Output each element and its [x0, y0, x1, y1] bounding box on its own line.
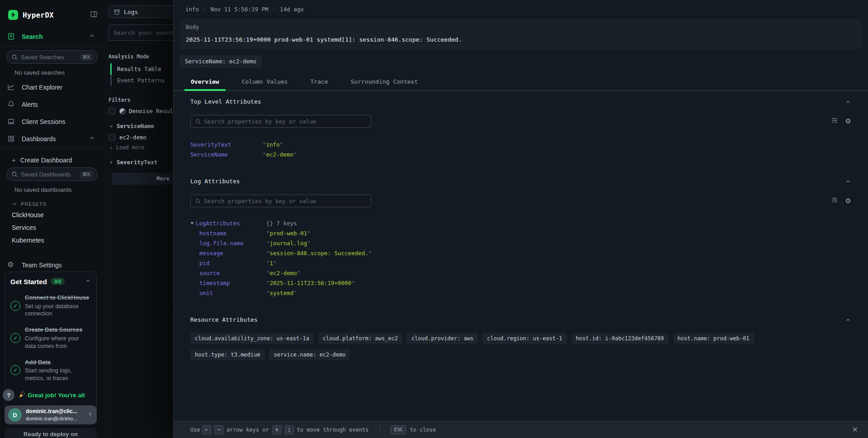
- sidebar-item-alerts[interactable]: Alerts: [0, 96, 104, 113]
- gear-icon[interactable]: ⚙: [845, 118, 851, 125]
- collapse-section-icon[interactable]: [845, 99, 851, 105]
- saved-searches-input[interactable]: ⌘K: [6, 50, 98, 64]
- attribute-value[interactable]: ec2-demo: [263, 151, 297, 158]
- filter-option-ec2-demo[interactable]: ec2-demo: [108, 134, 173, 141]
- severity-text: info: [185, 6, 199, 13]
- attribute-value[interactable]: systemd: [266, 290, 297, 296]
- tab-column-values[interactable]: Column Values: [236, 75, 294, 90]
- collapse-section-icon[interactable]: [845, 178, 851, 185]
- resource-chip[interactable]: host.type: t3.medium: [190, 349, 265, 360]
- divider: [0, 46, 104, 47]
- preset-services[interactable]: Services: [0, 221, 104, 234]
- search-icon: [195, 119, 201, 124]
- resource-chip[interactable]: host.id: i-0abc123def456789: [571, 333, 669, 344]
- sidebar-item-chart-explorer[interactable]: Chart Explorer: [0, 79, 104, 96]
- chevron-down-icon: [12, 201, 17, 207]
- sidebar-item-search[interactable]: Search: [0, 28, 104, 45]
- create-dashboard-button[interactable]: + Create Dashboard: [0, 152, 104, 166]
- servicename-chip[interactable]: ServiceName: ec2-demo: [179, 55, 262, 67]
- line-wrap-icon[interactable]: [831, 117, 838, 126]
- attribute-row[interactable]: log.file.name journal.log: [190, 238, 851, 248]
- attribute-key[interactable]: timestamp: [199, 280, 266, 286]
- resource-chip[interactable]: cloud.region: us-east-1: [482, 333, 566, 344]
- filter-group-servicename[interactable]: ServiceName: [108, 123, 173, 129]
- source-selector-button[interactable]: Logs: [108, 5, 173, 18]
- close-icon[interactable]: ✕: [852, 425, 858, 434]
- sidebar-item-dashboards[interactable]: Dashboards: [0, 130, 104, 148]
- attribute-key[interactable]: ServiceName: [190, 151, 263, 158]
- property-search-box[interactable]: [190, 195, 371, 207]
- attribute-row[interactable]: pid 1: [190, 258, 851, 268]
- resource-chip[interactable]: cloud.provider: aws: [407, 333, 478, 344]
- attribute-row[interactable]: ServiceName ec2-demo: [190, 149, 851, 159]
- saved-dashboards-field[interactable]: [21, 171, 79, 178]
- onboarding-step-add-data[interactable]: ✓ Add Data Start sending logs, metrics, …: [10, 358, 91, 382]
- attribute-row[interactable]: message session-846.scope: Succeeded.: [190, 248, 851, 258]
- attribute-key[interactable]: hostname: [199, 230, 266, 237]
- attribute-key[interactable]: source: [199, 270, 266, 276]
- resource-chip[interactable]: host.name: prod-web-01: [673, 333, 754, 344]
- attribute-value[interactable]: journal.log: [266, 240, 311, 247]
- preset-clickhouse[interactable]: ClickHouse: [0, 209, 104, 221]
- attribute-value[interactable]: 1: [266, 260, 277, 267]
- checkbox[interactable]: [108, 134, 115, 141]
- attribute-row[interactable]: source ec2-demo: [190, 268, 851, 278]
- property-search-box[interactable]: [190, 115, 371, 128]
- log-body-text: 2025-11-11T23:56:19+0000 prod-web-01 sys…: [186, 36, 855, 43]
- tab-trace[interactable]: Trace: [304, 75, 334, 90]
- saved-dashboards-input[interactable]: ⌘K: [6, 167, 98, 181]
- collapse-node-icon[interactable]: [190, 222, 194, 224]
- plus-icon: +: [12, 156, 16, 164]
- attribute-row[interactable]: unit systemd: [190, 288, 851, 298]
- attribute-key[interactable]: SeverityText: [190, 141, 263, 148]
- checkbox[interactable]: [108, 108, 115, 114]
- tree-root-row[interactable]: LogAttributes {} 7 keys: [190, 218, 851, 228]
- chevron-up-icon[interactable]: [85, 277, 91, 286]
- filter-group-severitytext[interactable]: SeverityText: [108, 159, 173, 166]
- saved-searches-field[interactable]: [21, 54, 79, 61]
- denoise-filter[interactable]: Denoise Resul: [108, 108, 173, 114]
- attribute-key[interactable]: unit: [199, 290, 266, 296]
- attribute-key[interactable]: pid: [199, 260, 266, 267]
- resource-chip[interactable]: cloud.platform: aws_ec2: [318, 333, 402, 344]
- attribute-value[interactable]: prod-web-01: [266, 230, 311, 237]
- chevron-up-icon[interactable]: [89, 33, 97, 41]
- mode-event-patterns[interactable]: Event Patterns: [110, 75, 173, 86]
- onboarding-step-sources[interactable]: ✓ Create Data Sources Configure where yo…: [10, 326, 91, 350]
- attribute-value[interactable]: ec2-demo: [266, 270, 300, 276]
- attribute-value[interactable]: session-846.scope: Succeeded.: [266, 250, 372, 257]
- more-filters-button[interactable]: More filte: [112, 173, 173, 185]
- event-search-input[interactable]: [113, 29, 173, 36]
- collapse-section-icon[interactable]: [845, 317, 851, 323]
- attribute-row[interactable]: SeverityText info: [190, 139, 851, 149]
- preset-kubernetes[interactable]: Kubernetes: [0, 234, 104, 247]
- attribute-row[interactable]: hostname prod-web-01: [190, 228, 851, 238]
- property-search-input[interactable]: [204, 118, 367, 125]
- onboarding-step-connect[interactable]: ✓ Connect to ClickHouse Set up your data…: [10, 294, 91, 318]
- resource-chip[interactable]: cloud.availability_zone: us-east-1a: [190, 333, 314, 344]
- resource-chip[interactable]: service.name: ec2-demo: [269, 349, 350, 360]
- chevron-up-icon[interactable]: [89, 135, 97, 143]
- deploy-note[interactable]: Ready to deploy on: [5, 428, 97, 438]
- event-search-box[interactable]: [108, 24, 173, 41]
- property-search-input[interactable]: [204, 198, 367, 205]
- sidebar-item-client-sessions[interactable]: Client Sessions: [0, 113, 104, 130]
- tab-surrounding-context[interactable]: Surrounding Context: [344, 75, 425, 90]
- attribute-key[interactable]: message: [199, 250, 266, 257]
- tab-overview[interactable]: Overview: [184, 75, 226, 90]
- attribute-value[interactable]: info: [263, 141, 283, 148]
- sidebar-collapse-icon[interactable]: [90, 10, 98, 20]
- mode-results-table[interactable]: Results Table: [110, 63, 173, 75]
- attribute-value[interactable]: 2025-11-11T23:56:19+0000: [266, 280, 355, 286]
- line-wrap-icon[interactable]: [831, 196, 838, 205]
- kbd-arrow-left: ←: [202, 425, 211, 434]
- user-menu[interactable]: D dominic.tran@clic... dominic.tran@clic…: [5, 405, 97, 424]
- gear-icon[interactable]: ⚙: [845, 198, 851, 205]
- load-more-button[interactable]: Load more: [108, 144, 173, 151]
- presets-toggle[interactable]: PRESETS: [0, 196, 104, 209]
- chevron-right-icon: [108, 145, 113, 150]
- help-button[interactable]: ?: [3, 389, 14, 401]
- tree-root-key[interactable]: LogAttributes: [196, 220, 240, 227]
- attribute-key[interactable]: log.file.name: [199, 240, 266, 247]
- attribute-row[interactable]: timestamp 2025-11-11T23:56:19+0000: [190, 278, 851, 288]
